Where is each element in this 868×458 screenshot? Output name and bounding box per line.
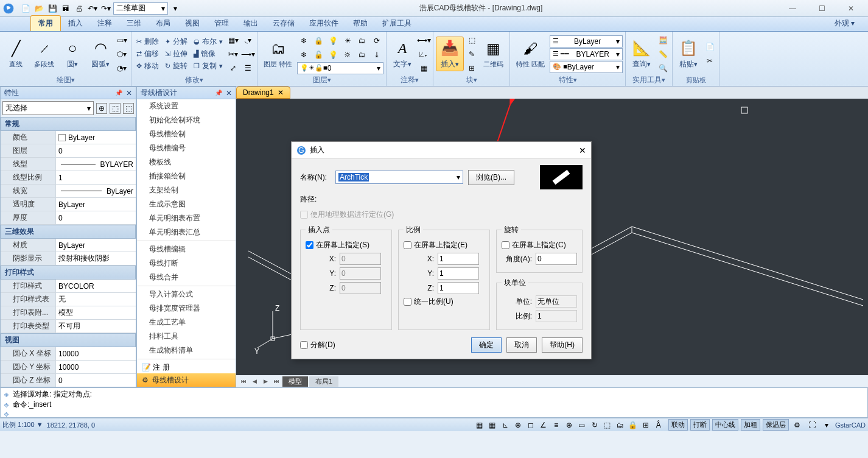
tree-item[interactable]: 母线槽绘制 <box>137 127 236 141</box>
dyn-icon[interactable]: ⊕ <box>563 420 575 431</box>
block-attr-icon[interactable]: ⊞ <box>465 62 478 75</box>
prop-category[interactable]: 视图 <box>1 333 136 347</box>
minimize-button[interactable]: — <box>780 2 805 15</box>
prop-row[interactable]: 打印表类型不可用 <box>1 320 136 333</box>
explode-checkbox[interactable] <box>300 341 308 349</box>
tree-item[interactable]: 插接箱绘制 <box>137 169 236 183</box>
snap-icon[interactable]: ▦ <box>474 420 486 431</box>
prop-row[interactable]: 颜色ByLayer <box>1 131 136 144</box>
scale-icon[interactable]: ⤢ <box>226 62 240 75</box>
model-icon[interactable]: ▭ <box>576 420 588 431</box>
layout-tab-model[interactable]: 模型 <box>282 376 308 387</box>
cancel-button[interactable]: 取消 <box>506 337 537 353</box>
tree-item[interactable]: 生成工艺单 <box>137 315 236 329</box>
quick-select-icon[interactable]: ⊕ <box>96 103 107 114</box>
layer-tool5-icon[interactable]: 🗂 <box>355 34 369 48</box>
sb12-icon[interactable]: 🗂 <box>614 420 626 431</box>
sb14-icon[interactable]: ⊞ <box>640 420 652 431</box>
uniform-scale-checkbox[interactable] <box>404 298 411 306</box>
text-button[interactable]: A文字▾ <box>389 37 416 71</box>
scale-onscreen-checkbox[interactable] <box>404 241 411 249</box>
prop-row[interactable]: 打印样式表无 <box>1 293 136 306</box>
prop-row[interactable]: 图层0 <box>1 144 136 158</box>
layer-tool3-icon[interactable]: 💡 <box>326 34 340 48</box>
app-icon[interactable] <box>0 0 17 17</box>
angle-input[interactable] <box>536 253 577 265</box>
tab-layout[interactable]: 布局 <box>149 16 178 31</box>
layout-last-icon[interactable]: ⏭ <box>271 377 281 386</box>
prop-row[interactable]: 厚度0 <box>1 211 136 225</box>
toggle-insul[interactable]: 保温层 <box>763 419 789 431</box>
offset-button[interactable]: ⇄ 偏移 <box>134 48 161 60</box>
tree-item[interactable]: 生成示意图 <box>137 197 236 211</box>
sb11-icon[interactable]: ⬚ <box>601 420 614 431</box>
selection-combo[interactable]: 无选择▾ <box>2 101 94 115</box>
line-button[interactable]: ╱直线 <box>2 38 29 70</box>
tab-cloud[interactable]: 云存储 <box>265 16 302 31</box>
cycle-icon[interactable]: ↻ <box>589 420 601 431</box>
array-icon[interactable]: ▦▾ <box>226 33 240 47</box>
cut-icon[interactable]: ✂ <box>703 54 716 68</box>
trim-icon[interactable]: ✂▾ <box>226 48 240 61</box>
linetype-selector[interactable]: ☰ ━━ BYLAYER▾ <box>550 48 623 60</box>
layer-tool6-icon[interactable]: ⟳ <box>370 34 383 48</box>
tab-manage[interactable]: 管理 <box>207 16 236 31</box>
lineweight-selector[interactable]: 🎨 ■ByLayer▾ <box>550 61 623 73</box>
qat-more-icon[interactable]: ▾ <box>169 2 181 15</box>
bool-button[interactable]: ◒ 布尔▾ <box>191 36 225 48</box>
ins-onscreen-checkbox[interactable] <box>306 241 313 249</box>
tree-item[interactable]: 母排宽度管理器 <box>137 301 236 315</box>
block-name-combo[interactable]: ArchTick▾ <box>335 171 463 184</box>
layer-tool7-icon[interactable]: ❄ <box>297 48 310 62</box>
arc-button[interactable]: ◠圆弧▾ <box>87 37 114 71</box>
prop-row[interactable]: 圆心 Z 坐标0 <box>1 374 136 387</box>
scale-display[interactable]: 比例 1:100 ▼ <box>2 420 43 429</box>
layout-prev-icon[interactable]: ◀ <box>250 377 259 386</box>
expand-icon[interactable]: ⛶ <box>806 420 818 431</box>
tab-appearance[interactable]: 外观 ▾ <box>827 16 862 31</box>
tab-extend[interactable]: 扩展工具 <box>375 16 419 31</box>
undo-icon[interactable]: ↶▾ <box>86 2 99 15</box>
mirror-button[interactable]: ▟ 镜像 <box>191 48 225 60</box>
tree-item[interactable]: 母线槽编辑 <box>137 242 236 256</box>
dialog-close-icon[interactable]: ✕ <box>579 146 586 155</box>
tab-annotate[interactable]: 注释 <box>90 16 119 31</box>
prop-row[interactable]: 圆心 Y 坐标10000 <box>1 361 136 374</box>
align-icon[interactable]: ☰ <box>241 62 254 75</box>
prop-row[interactable]: 打印样式BYCOLOR <box>1 280 136 293</box>
layer-tool2-icon[interactable]: 🔒 <box>312 34 325 48</box>
ortho-icon[interactable]: ⊾ <box>499 420 511 431</box>
rot-onscreen-checkbox[interactable] <box>502 241 509 249</box>
tab-help[interactable]: 帮助 <box>346 16 375 31</box>
util1-icon[interactable]: 🧮 <box>656 33 670 47</box>
more-icon[interactable]: ▾ <box>821 420 833 431</box>
tree-item[interactable]: 生成物料清单 <box>137 344 236 358</box>
block-create-icon[interactable]: ⬚ <box>465 33 478 47</box>
move-button[interactable]: ✥ 移动 <box>134 60 161 72</box>
command-line[interactable]: ⎆选择源对象: 指定对角点: ⎆命令:_insert ⎆ <box>0 387 868 418</box>
layout-next-icon[interactable]: ▶ <box>261 377 270 386</box>
tree-item[interactable]: 支架绘制 <box>137 183 236 197</box>
tree-item[interactable]: 母线槽编号 <box>137 141 236 155</box>
save-icon[interactable]: 💾 <box>46 2 58 15</box>
settings-icon[interactable]: ⚙ <box>791 420 803 431</box>
polar-icon[interactable]: ⊕ <box>512 420 524 431</box>
tree-item[interactable]: 排料工具 <box>137 329 236 344</box>
layer-tool4-icon[interactable]: ☀ <box>341 34 354 48</box>
layer-tool11-icon[interactable]: 🗂 <box>355 48 369 62</box>
util3-icon[interactable]: 🔍 <box>656 62 670 75</box>
grid-icon[interactable]: ▦ <box>486 420 499 431</box>
matchprop-button[interactable]: 🖌特性 匹配 <box>513 38 548 70</box>
tree-item[interactable]: 楼板线 <box>137 155 236 169</box>
prop-category[interactable]: 打印样式 <box>1 266 136 280</box>
tab-home[interactable]: 常用 <box>30 15 61 31</box>
tree-item[interactable]: 初始化绘制环境 <box>137 113 236 127</box>
copy-button[interactable]: ❐ 复制▾ <box>191 60 225 72</box>
circle-button[interactable]: ○圆▾ <box>59 37 86 71</box>
polyline-button[interactable]: ⟋多段线 <box>30 38 58 70</box>
tab-apps[interactable]: 应用软件 <box>302 16 346 31</box>
tree-item[interactable]: 系统设置 <box>137 99 236 113</box>
explode-button[interactable]: ✦ 分解 <box>163 36 190 48</box>
new-icon[interactable]: 📄 <box>19 2 32 15</box>
tree-item[interactable]: 母线打断 <box>137 256 236 270</box>
